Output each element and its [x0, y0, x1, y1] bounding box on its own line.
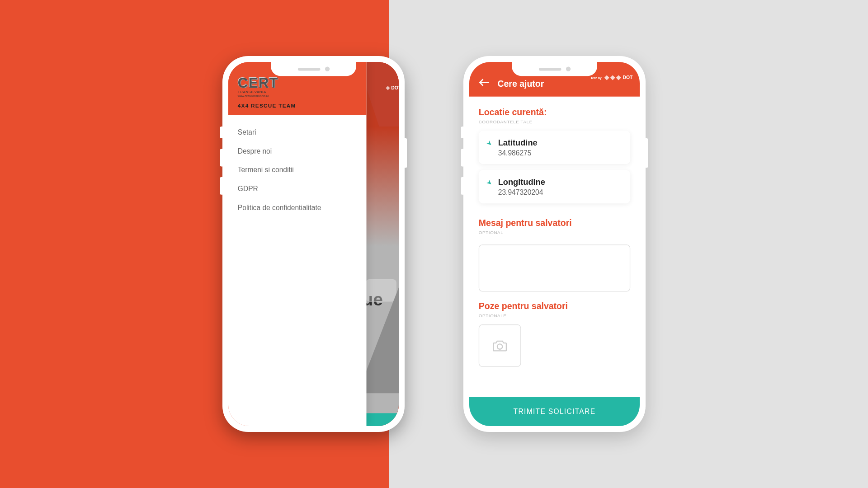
drawer-menu: Setari Despre noi Termeni si conditii GD… [228, 115, 367, 225]
submit-button[interactable]: TRIMITE SOLICITARE [469, 397, 640, 426]
phone-notch [271, 62, 356, 76]
photos-section-title: Poze pentru salvatori [479, 301, 630, 311]
phone-notch [512, 62, 597, 76]
latitude-value: 34.986275 [498, 149, 538, 157]
menu-item-settings[interactable]: Setari [238, 123, 357, 142]
message-section-title: Mesaj pentru salvatori [479, 218, 630, 228]
rescue-team-tagline: 4X4 RESCUE TEAM [238, 103, 357, 109]
photos-section-subtitle: OPTIONALE [479, 313, 630, 319]
latitude-label: Latitudine [498, 138, 538, 147]
location-arrow-icon: ➤ [485, 139, 494, 148]
menu-item-about[interactable]: Despre noi [238, 142, 357, 161]
longitude-card[interactable]: ➤ Longitudine 23.947320204 [479, 170, 630, 203]
longitude-label: Longitudine [498, 177, 545, 187]
longitude-value: 23.947320204 [498, 188, 545, 197]
phone-form-mockup: Cere ajutor Tech by DOT Locatie curentă:… [463, 56, 646, 432]
menu-item-privacy[interactable]: Politica de confidentialitate [238, 198, 357, 217]
page-title: Cere ajutor [497, 78, 544, 88]
menu-item-gdpr[interactable]: GDPR [238, 179, 357, 198]
dot-brand-logo: Tech by DOT [591, 75, 633, 80]
cert-logo: CERT [238, 75, 357, 91]
latitude-card[interactable]: ➤ Latitudine 34.986275 [479, 131, 630, 164]
phone-menu-mockup: DOT ue CERT TRANSILVANIA www.cert-transi… [222, 56, 405, 432]
camera-icon [491, 339, 508, 352]
message-section-subtitle: OPTIONAL [479, 230, 630, 235]
location-section-title: Locatie curentă: [479, 107, 630, 117]
message-textarea[interactable] [479, 244, 630, 291]
menu-item-terms[interactable]: Termeni si conditii [238, 160, 357, 179]
location-section-subtitle: COORODANTELE TALE [479, 119, 630, 125]
side-drawer: CERT TRANSILVANIA www.cert-transilvania.… [228, 62, 367, 426]
location-arrow-icon: ➤ [485, 178, 494, 187]
add-photo-button[interactable] [479, 324, 521, 367]
svg-point-0 [497, 344, 502, 349]
dot-brand-partial: DOT [387, 85, 399, 91]
back-arrow-icon[interactable] [479, 77, 489, 89]
cert-logo-url: www.cert-transilvania.ro [238, 94, 357, 98]
